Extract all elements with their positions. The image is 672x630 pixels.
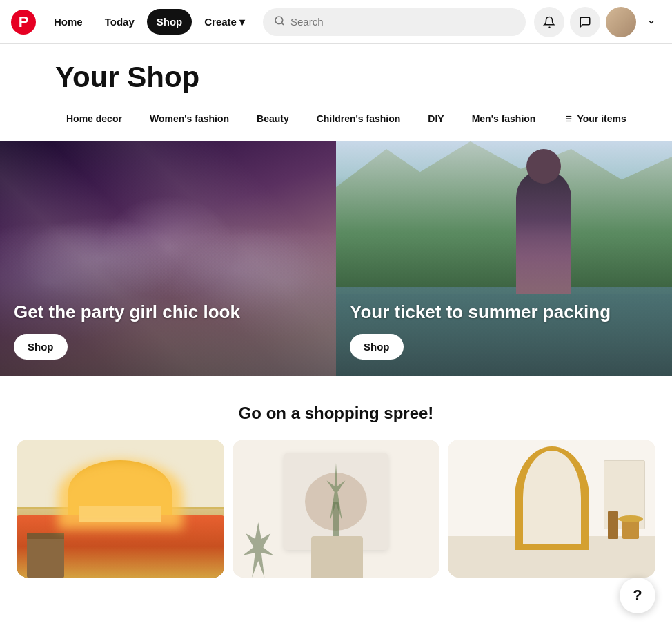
hero-content-right: Your ticket to summer packing Shop [350, 302, 658, 360]
spree-card-arch[interactable] [448, 440, 655, 578]
category-your-items[interactable]: Your items [552, 108, 637, 130]
nav-shop[interactable]: Shop [147, 9, 192, 35]
notifications-button[interactable] [534, 7, 564, 37]
main-nav: Home Today Shop Create ▾ [44, 9, 255, 35]
list-icon [563, 114, 573, 124]
app-header: P Home Today Shop Create ▾ [0, 0, 672, 44]
category-home-decor[interactable]: Home decor [55, 108, 133, 130]
pinterest-logo[interactable]: P [11, 10, 36, 35]
svg-point-0 [275, 17, 283, 24]
hero-title-summer-packing: Your ticket to summer packing [350, 302, 658, 323]
category-womens-fashion[interactable]: Women's fashion [139, 108, 240, 130]
search-icon [274, 15, 285, 29]
category-childrens-fashion[interactable]: Children's fashion [306, 108, 412, 130]
page-title: Your Shop [55, 61, 655, 94]
avatar[interactable] [606, 7, 636, 37]
hero-banner-party-girl[interactable]: Get the party girl chic look Shop [0, 141, 336, 376]
nav-home[interactable]: Home [44, 9, 92, 35]
help-label: ? [633, 587, 642, 591]
nav-create[interactable]: Create ▾ [195, 9, 255, 35]
profile-chevron-button[interactable] [642, 12, 661, 32]
page-title-section: Your Shop [0, 44, 672, 102]
spree-card-botanical[interactable] [233, 440, 440, 578]
nav-today[interactable]: Today [95, 9, 144, 35]
header-actions [534, 7, 661, 37]
logo-p-symbol: P [19, 13, 29, 31]
category-nav: Home decor Women's fashion Beauty Childr… [0, 102, 672, 141]
category-beauty[interactable]: Beauty [246, 108, 300, 130]
category-diy[interactable]: DIY [417, 108, 455, 130]
messages-button[interactable] [570, 7, 600, 37]
search-bar [263, 8, 526, 36]
spree-section: Go on a shopping spree! [0, 376, 672, 591]
chevron-down-icon: ▾ [239, 16, 245, 28]
hero-section: Get the party girl chic look Shop Your t… [0, 141, 672, 376]
svg-line-1 [281, 23, 284, 25]
hero-banner-summer-packing[interactable]: Your ticket to summer packing Shop [336, 141, 672, 376]
main-content: Your Shop Home decor Women's fashion Bea… [0, 44, 672, 591]
hero-shop-button-party-girl[interactable]: Shop [14, 334, 68, 360]
spree-card-bedroom[interactable] [17, 440, 224, 578]
hero-shop-button-summer[interactable]: Shop [350, 334, 404, 360]
spree-title: Go on a shopping spree! [17, 404, 655, 423]
search-input[interactable] [290, 16, 515, 28]
category-mens-fashion[interactable]: Men's fashion [461, 108, 547, 130]
spree-grid [17, 440, 655, 578]
hero-title-party-girl: Get the party girl chic look [14, 302, 322, 323]
hero-content-left: Get the party girl chic look Shop [14, 302, 322, 360]
